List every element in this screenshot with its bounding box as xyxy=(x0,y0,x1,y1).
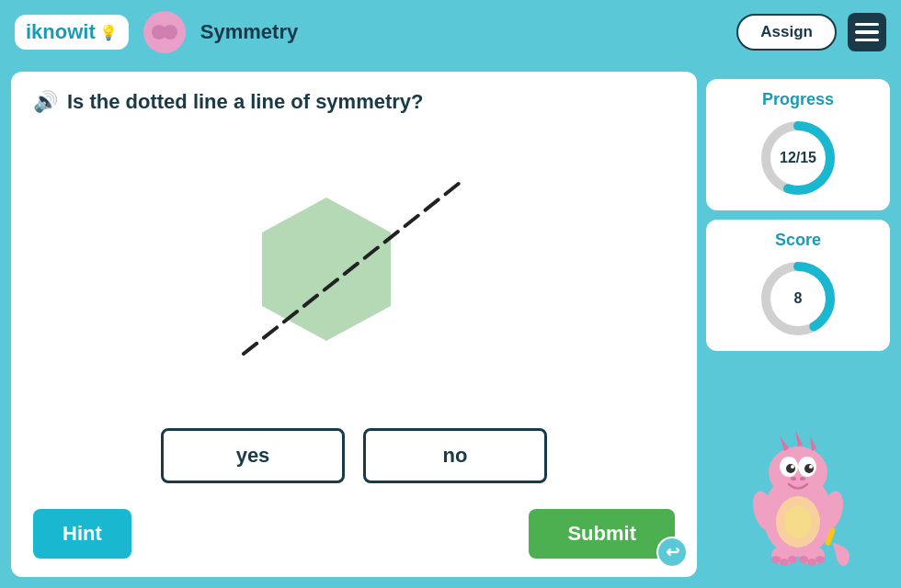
svg-point-29 xyxy=(788,556,797,563)
menu-button[interactable] xyxy=(848,13,886,51)
nav-arrow[interactable]: ↩ xyxy=(656,537,688,568)
svg-point-9 xyxy=(769,447,827,498)
topic-icon xyxy=(143,11,186,53)
right-panel: Progress 12/15 Score xyxy=(706,72,890,577)
svg-point-28 xyxy=(780,559,789,566)
bottom-row: Hint Submit xyxy=(33,502,675,559)
svg-point-30 xyxy=(799,556,808,563)
svg-point-16 xyxy=(791,477,796,481)
svg-point-15 xyxy=(809,465,813,469)
logo-bulb-icon: 💡 xyxy=(99,24,118,41)
hint-button[interactable]: Hint xyxy=(33,509,131,559)
nav-arrow-icon: ↩ xyxy=(666,542,679,562)
mascot-section xyxy=(738,360,858,570)
progress-donut: 12/15 xyxy=(757,117,839,199)
score-value: 8 xyxy=(794,290,803,307)
svg-point-12 xyxy=(786,464,795,473)
svg-marker-18 xyxy=(780,435,789,451)
menu-bar-3 xyxy=(855,39,879,42)
assign-button[interactable]: Assign xyxy=(736,14,837,51)
submit-button[interactable]: Submit xyxy=(529,509,675,559)
svg-marker-19 xyxy=(795,430,803,447)
svg-point-32 xyxy=(815,556,825,563)
logo-text: iknowit xyxy=(26,20,96,44)
svg-point-13 xyxy=(804,464,814,473)
score-donut: 8 xyxy=(757,257,839,340)
progress-section: Progress 12/15 xyxy=(706,79,890,210)
topic-label: Symmetry xyxy=(200,20,298,44)
main-area: 🔊 Is the dotted line a line of symmetry?… xyxy=(0,64,901,588)
speaker-icon[interactable]: 🔊 xyxy=(33,90,58,114)
header: iknowit 💡 Symmetry Assign xyxy=(0,0,901,64)
left-panel: 🔊 Is the dotted line a line of symmetry?… xyxy=(11,72,697,577)
progress-value: 12/15 xyxy=(780,150,816,166)
question-row: 🔊 Is the dotted line a line of symmetry? xyxy=(33,90,675,114)
svg-point-27 xyxy=(771,556,781,563)
shape-svg xyxy=(161,161,547,381)
svg-point-17 xyxy=(800,477,805,481)
svg-point-14 xyxy=(791,465,794,469)
menu-bar-2 xyxy=(855,30,879,34)
svg-marker-20 xyxy=(810,435,816,451)
progress-title: Progress xyxy=(762,90,834,109)
score-title: Score xyxy=(775,231,821,250)
svg-marker-2 xyxy=(262,198,391,341)
answer-row: yes no xyxy=(33,428,675,483)
score-section: Score 8 xyxy=(706,220,890,351)
svg-point-31 xyxy=(807,559,816,566)
svg-point-33 xyxy=(784,505,812,538)
header-right: Assign xyxy=(736,13,886,51)
shape-area xyxy=(33,132,675,410)
svg-point-1 xyxy=(163,25,177,40)
logo: iknowit 💡 xyxy=(15,15,129,50)
question-text: Is the dotted line a line of symmetry? xyxy=(67,90,424,114)
mascot-svg xyxy=(738,419,858,566)
answer-no-button[interactable]: no xyxy=(363,428,547,483)
menu-bar-1 xyxy=(855,23,879,27)
answer-yes-button[interactable]: yes xyxy=(161,428,345,483)
